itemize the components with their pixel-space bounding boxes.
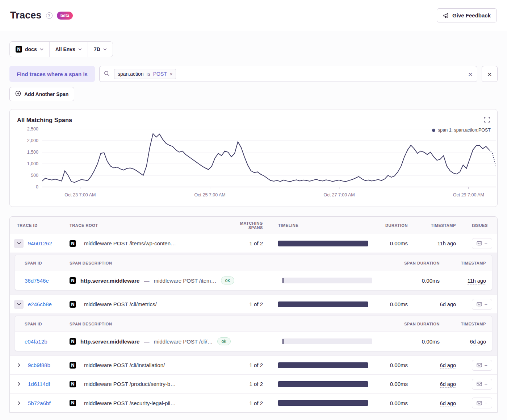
matching-spans-chart-panel: All Matching Spans span 1: span.action:P… — [9, 109, 498, 207]
remove-span-condition-button[interactable]: × — [482, 66, 498, 82]
issues-cell[interactable]: − — [472, 299, 492, 310]
trace-id-link[interactable]: 94601262 — [28, 240, 52, 246]
span-id-link[interactable]: 36d7546e — [25, 278, 49, 284]
span-description-label: middleware POST /cli/… — [154, 338, 213, 345]
matching-spans-cell: 1 of 2 — [230, 381, 274, 387]
matching-spans-cell: 1 of 2 — [230, 301, 274, 307]
span-search-input[interactable]: span.action is POST × × — [99, 66, 477, 82]
token-key: span.action — [118, 71, 144, 77]
spans-line-chart — [42, 129, 496, 189]
megaphone-icon — [443, 13, 449, 18]
col-span-description: SPAN DESCRIPTION — [70, 322, 278, 326]
col-issues: ISSUES — [460, 223, 497, 228]
issues-box-icon — [477, 401, 482, 406]
duration-cell: 0.00ms — [368, 400, 408, 406]
chart-x-axis: Oct 23 7:00 AMOct 25 7:00 AMOct 27 7:00 … — [42, 189, 496, 199]
x-axis-tick-label: Oct 29 7:00 AM — [453, 192, 484, 197]
table-row[interactable]: 9cb9f88b N middleware POST /cli/installa… — [10, 356, 497, 375]
environment-filter[interactable]: All Envs — [49, 42, 88, 57]
expand-row-icon[interactable] — [14, 379, 24, 389]
chevron-down-icon — [103, 48, 107, 50]
expanded-span-section: SPAN ID SPAN DESCRIPTION SPAN DURATION T… — [10, 314, 497, 356]
issues-box-icon — [477, 302, 482, 307]
add-another-span-button[interactable]: Add Another Span — [9, 87, 74, 101]
nextjs-project-icon: N — [70, 362, 76, 369]
span-description-label: middleware POST /item… — [154, 278, 216, 284]
clear-search-icon[interactable]: × — [468, 70, 473, 78]
matching-spans-cell: 1 of 2 — [230, 362, 274, 368]
span-id-link[interactable]: e04fa12b — [25, 338, 47, 345]
no-issues-dash: − — [484, 241, 487, 246]
issues-cell[interactable]: − — [472, 379, 492, 390]
fullscreen-icon[interactable] — [484, 117, 490, 124]
nextjs-platform-icon: N — [16, 46, 22, 53]
top-bar: Traces ? beta Give Feedback — [0, 0, 507, 31]
timestamp-cell: 11h ago — [437, 241, 456, 247]
chart-title: All Matching Spans — [17, 117, 72, 124]
issues-cell[interactable]: − — [472, 238, 492, 249]
y-axis-tick-label: 1,500 — [27, 150, 38, 155]
trace-root-label: middleware POST /cli/installation/ — [84, 362, 165, 368]
no-issues-dash: − — [484, 400, 487, 406]
token-remove-icon[interactable]: × — [170, 71, 173, 77]
span-duration-cell: 0.00ms — [368, 338, 448, 345]
duration-cell: 0.00ms — [368, 301, 408, 307]
nextjs-project-icon: N — [70, 301, 76, 308]
span-row[interactable]: 36d7546e N http.server.middleware — midd… — [15, 271, 492, 290]
col-duration: DURATION — [368, 223, 408, 228]
project-filter[interactable]: N docs — [10, 42, 49, 57]
chart-plot-area — [42, 129, 496, 189]
trace-timeline-bar[interactable] — [278, 400, 368, 406]
trace-id-link[interactable]: 9cb9f88b — [28, 362, 50, 368]
trace-id-link[interactable]: e246cb8e — [28, 301, 52, 307]
trace-id-link[interactable]: 1d6114df — [28, 381, 50, 387]
collapse-row-icon[interactable] — [14, 239, 24, 248]
trace-root-label: middleware POST /cli/metrics/ — [84, 301, 157, 307]
trace-timeline-bar[interactable] — [278, 381, 368, 387]
duration-cell: 0.00ms — [368, 362, 408, 368]
col-span-id: SPAN ID — [15, 261, 70, 265]
trace-root-label: middleware POST /security-legal-pii… — [84, 400, 176, 406]
expand-row-icon[interactable] — [14, 361, 24, 370]
timestamp-cell: 6d ago — [440, 400, 456, 407]
collapse-row-icon[interactable] — [14, 300, 24, 309]
col-span-duration: SPAN DURATION — [368, 322, 448, 326]
nextjs-project-icon: N — [70, 277, 76, 284]
table-row[interactable]: 1d6114df N middleware POST /product/sent… — [10, 375, 497, 394]
span-duration-cell: 0.00ms — [368, 278, 448, 284]
col-span-duration: SPAN DURATION — [368, 261, 448, 265]
issues-cell[interactable]: − — [472, 398, 492, 408]
date-range-filter[interactable]: 7D — [88, 42, 113, 57]
span-timestamp-cell: 11h ago — [468, 278, 486, 284]
span-timeline-bar[interactable] — [282, 338, 372, 344]
help-icon[interactable]: ? — [46, 12, 53, 19]
trace-timeline-bar[interactable] — [278, 241, 368, 246]
no-issues-dash: − — [484, 302, 487, 307]
span-header-row: SPAN ID SPAN DESCRIPTION SPAN DURATION T… — [15, 316, 492, 332]
span-timeline-bar[interactable] — [282, 278, 372, 283]
trace-timeline-bar[interactable] — [278, 302, 368, 307]
token-operator: is — [147, 71, 150, 77]
issues-cell[interactable]: − — [472, 360, 492, 371]
search-token[interactable]: span.action is POST × — [114, 69, 176, 79]
give-feedback-button[interactable]: Give Feedback — [437, 8, 497, 22]
trace-timeline-bar[interactable] — [278, 362, 368, 368]
no-issues-dash: − — [484, 362, 487, 368]
no-issues-dash: − — [484, 381, 487, 387]
nextjs-project-icon: N — [70, 381, 76, 387]
col-matching-spans: MATCHING SPANS — [230, 221, 274, 230]
table-row[interactable]: e246cb8e N middleware POST /cli/metrics/… — [10, 295, 497, 314]
y-axis-tick-label: 0 — [36, 184, 38, 190]
plus-circle-icon — [15, 91, 21, 97]
date-range-filter-label: 7D — [94, 46, 100, 52]
page-filter-bar: N docs All Envs 7D — [9, 41, 113, 57]
col-timeline: TIMELINE — [274, 223, 368, 228]
table-row[interactable]: 94601262 N middleware POST /items/wp-con… — [10, 234, 497, 253]
expand-row-icon[interactable] — [14, 398, 24, 408]
span-row[interactable]: e04fa12b N http.server.middleware — midd… — [15, 332, 492, 351]
issues-box-icon — [477, 241, 482, 246]
duration-cell: 0.00ms — [368, 381, 408, 387]
duration-cell: 0.00ms — [368, 240, 408, 246]
table-row[interactable]: 5b72a6bf N middleware POST /security-leg… — [10, 394, 497, 412]
trace-id-link[interactable]: 5b72a6bf — [28, 400, 51, 406]
